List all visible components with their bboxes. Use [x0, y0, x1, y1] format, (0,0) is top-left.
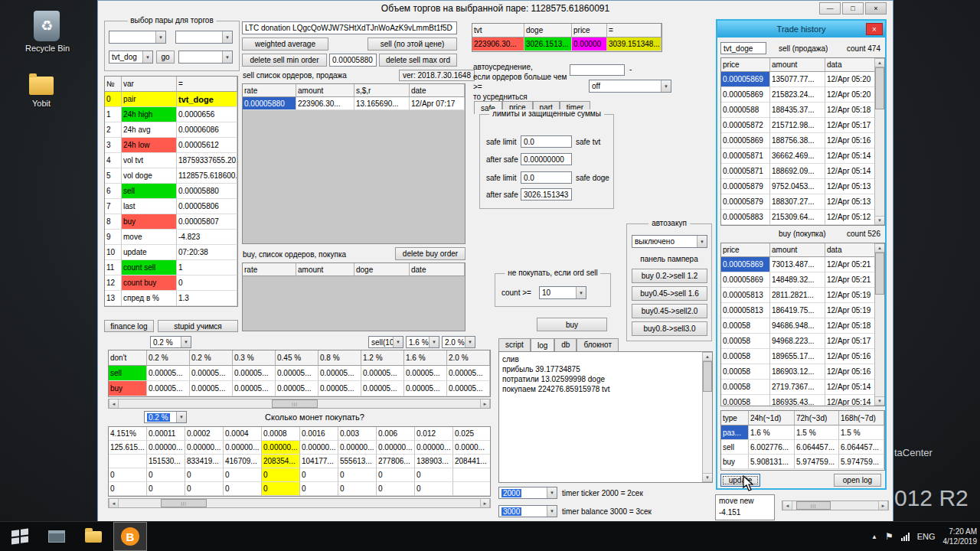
table-row[interactable]: 0.0000588188435.37...12/Apr 05:18: [721, 103, 884, 118]
tab-db[interactable]: db: [554, 338, 577, 351]
table-row[interactable]: 0.000058799752.0453...12/Apr 05:13: [721, 179, 884, 194]
count-combo[interactable]: 10▼: [539, 286, 586, 299]
delete-buy-order-button[interactable]: delete buy order: [395, 247, 466, 260]
table-row[interactable]: 224h avg0.00006086: [105, 122, 237, 138]
table-row[interactable]: 0.00005813186419.75...12/Apr 05:19: [721, 303, 884, 318]
table-row[interactable]: don't0.2 %0.2 %0.3 %0.45 %0.8 %1.2 %1.6 …: [109, 350, 490, 366]
sell-count-combo[interactable]: sell(10)▼: [368, 336, 403, 348]
table-row[interactable]: 4.151%0.000110.00020.00040.00080.00160.0…: [109, 427, 490, 441]
start-button[interactable]: [3, 522, 37, 551]
pair-combo[interactable]: tvt_dog▼: [109, 51, 153, 64]
table-row[interactable]: 0.00005879188307.27...12/Apr 05:13: [721, 194, 884, 210]
table-row[interactable]: 10update07:20:38: [105, 245, 237, 260]
table-row[interactable]: 0.00058186903.12...12/Apr 05:16: [721, 364, 884, 380]
qty-table[interactable]: 4.151%0.000110.00020.00040.00080.00160.0…: [108, 426, 491, 497]
tab-script[interactable]: script: [498, 338, 531, 351]
table-row[interactable]: sell6.002776...6.064457...6.064457...: [721, 440, 884, 455]
percent-table-hscrollbar[interactable]: ◄ ||| ►: [108, 399, 491, 409]
qty-percent-combo[interactable]: 0.2 %▼: [144, 411, 187, 423]
stupid-button[interactable]: stupid учимся: [158, 320, 238, 332]
scroll-up-icon[interactable]: ▲: [875, 243, 884, 253]
table-row[interactable]: 7last0.00005806: [105, 199, 237, 214]
scroll-up-icon[interactable]: ▲: [703, 352, 712, 361]
network-icon[interactable]: [901, 533, 910, 541]
percent-table[interactable]: don't0.2 %0.2 %0.3 %0.45 %0.8 %1.2 %1.6 …: [108, 350, 491, 397]
scroll-down-icon[interactable]: ▼: [875, 216, 884, 225]
stats-table[interactable]: type24h(~1d)72h(~3d)168h(~7d)раз...1.6 %…: [720, 410, 885, 471]
main-title-bar[interactable]: Объем торгов на выбранной паре: 1128575.…: [98, 1, 893, 16]
table-row[interactable]: 0.00005871188692.09...12/Apr 05:14: [721, 164, 884, 179]
table-row[interactable]: priceamountdata: [721, 58, 884, 72]
pair-extra-combo[interactable]: ▼: [178, 51, 233, 64]
table-row[interactable]: 0.00058189655.17...12/Apr 05:16: [721, 349, 884, 364]
var-table[interactable]: №var=0pairtvt_doge124h high0.0000656224h…: [104, 76, 238, 307]
scrollbar-thumb[interactable]: [875, 253, 884, 295]
yobit-folder-shortcut[interactable]: Yobit: [11, 73, 72, 119]
scrollbar-thumb[interactable]: [875, 67, 884, 109]
table-row[interactable]: 5vol doge1128575.618600...: [105, 168, 237, 184]
table-row[interactable]: buy5.908131...5.974759...5.974759...: [721, 455, 884, 469]
scroll-right-icon[interactable]: ►: [878, 501, 888, 510]
buy-orders-table[interactable]: rateamountdogedate: [242, 262, 466, 331]
table-row[interactable]: 0.000058132811.2821...12/Apr 05:19: [721, 288, 884, 303]
taskbar-server-manager-icon[interactable]: [40, 522, 74, 551]
timer-ticker-combo[interactable]: 2000▼: [498, 487, 557, 499]
after-safe-field-1[interactable]: 0.00000000: [521, 153, 572, 165]
table-row[interactable]: 000000000: [109, 482, 490, 496]
log-vscrollbar[interactable]: ▲ ▼: [702, 352, 712, 482]
table-row[interactable]: 0.00005869215823.24...12/Apr 05:20: [721, 87, 884, 103]
table-row[interactable]: 0.0005894686.948...12/Apr 05:18: [721, 318, 884, 334]
buy-history-vscrollbar[interactable]: ▲ ▼: [874, 243, 884, 406]
table-row[interactable]: 324h low0.00005612: [105, 138, 237, 153]
bottom-right-hscrollbar[interactable]: ◄ ||| ►: [782, 500, 889, 510]
trade-history-title-bar[interactable]: Trade history: [717, 21, 885, 37]
buy-button[interactable]: buy: [537, 318, 607, 331]
recycle-bin-shortcut[interactable]: ♻ Recycle Bin: [17, 11, 78, 61]
tab-notepad[interactable]: блокнот: [577, 338, 619, 351]
log-area[interactable]: слив прибыль 39.17734875 потратили 13.02…: [498, 351, 713, 483]
scrollbar-thumb[interactable]: |||: [272, 399, 318, 408]
table-row[interactable]: rateamountdogedate: [243, 263, 465, 276]
percent-20-combo[interactable]: 2.0 %▼: [442, 336, 475, 348]
table-row[interactable]: 000000000: [109, 468, 490, 482]
sell-history-table[interactable]: priceamountdata0.00005869135077.77...12/…: [720, 57, 885, 226]
sell-price-field[interactable]: 0.00005880: [329, 54, 377, 67]
table-row[interactable]: 8buy0.00005807: [105, 214, 237, 230]
table-row[interactable]: 0.00005869188756.38...12/Apr 05:16: [721, 133, 884, 148]
pair-filter-combo-1[interactable]: ▼: [109, 31, 166, 44]
scroll-right-icon[interactable]: ►: [480, 399, 490, 408]
scroll-down-icon[interactable]: ▼: [875, 396, 884, 406]
table-row[interactable]: rateamounts,$,rdate: [243, 84, 465, 97]
go-button[interactable]: go: [156, 51, 175, 64]
delete-sell-min-button[interactable]: delete sell min order: [242, 54, 327, 67]
donation-field[interactable]: LTC donation LQgcQoWJW7SHtXdTJnWoAzK9vLm…: [242, 21, 457, 34]
finance-log-button[interactable]: finance log: [104, 320, 154, 332]
table-row[interactable]: 9move-4.823: [105, 230, 237, 245]
table-row[interactable]: 0.00005869135077.77...12/Apr 05:20: [721, 72, 884, 87]
pamper-button-2[interactable]: buy0.45->sell 1.6: [632, 286, 707, 301]
table-row[interactable]: priceamountdata: [721, 243, 884, 257]
percent-left-combo[interactable]: 0.2 %▼: [150, 336, 191, 348]
sell-at-price-button[interactable]: sell (по этой цене): [368, 37, 457, 51]
scrollbar-thumb[interactable]: |||: [161, 499, 207, 507]
table-row[interactable]: 125.615...0.00000...0.00000...0.00000...…: [109, 441, 490, 455]
table-row[interactable]: 12count buy0: [105, 276, 237, 291]
timer-balance-combo[interactable]: 3000▼: [498, 505, 557, 517]
safe-limit-field-2[interactable]: 0.0: [521, 171, 572, 184]
sell-orders-table[interactable]: rateamounts,$,rdate0.00005880223906.30..…: [242, 83, 466, 244]
ticker-table[interactable]: tvtdogeprice=223906.30...3026.1513...0.0…: [472, 23, 662, 52]
language-indicator[interactable]: ENG: [917, 532, 936, 541]
table-row[interactable]: 223906.30...3026.1513...0.000003039.1513…: [472, 37, 662, 51]
scroll-left-icon[interactable]: ◄: [109, 499, 119, 507]
trade-history-close-button[interactable]: ×: [866, 23, 883, 35]
safe-limit-field-1[interactable]: 0.0: [521, 135, 572, 148]
after-safe-field-2[interactable]: 3026.151343: [521, 188, 572, 201]
scroll-up-icon[interactable]: ▲: [875, 58, 884, 67]
table-row[interactable]: tvtdogeprice=: [472, 24, 662, 37]
close-button[interactable]: ×: [865, 2, 887, 15]
scroll-right-icon[interactable]: ►: [480, 499, 490, 507]
show-hidden-icons-button[interactable]: ▲: [871, 533, 877, 540]
delete-sell-max-button[interactable]: delete sell max ord: [379, 54, 457, 67]
maximize-button[interactable]: □: [842, 2, 864, 15]
table-row[interactable]: 0.0000586973013.487...12/Apr 05:21: [721, 257, 884, 272]
